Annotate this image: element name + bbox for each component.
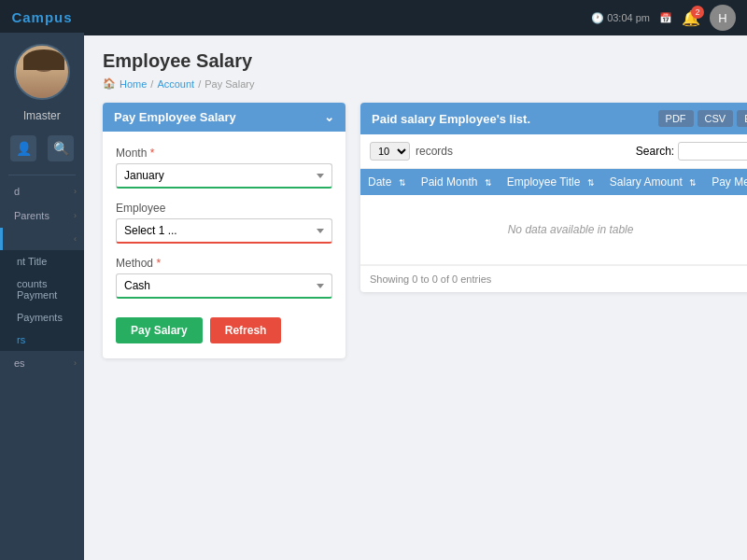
employee-select[interactable]: Select 1 ...	[116, 218, 332, 244]
csv-export-button[interactable]: CSV	[698, 110, 734, 127]
search-label: Search:	[636, 145, 674, 158]
table-controls: 10 25 50 records Search:	[360, 134, 747, 169]
pdf-export-button[interactable]: PDF	[658, 110, 694, 127]
sidebar-sub-item-payment[interactable]: counts Payment	[0, 273, 84, 306]
col-salary-amount[interactable]: Salary Amount ⇅	[602, 169, 704, 195]
records-label: records	[416, 145, 453, 158]
employee-label: Employee	[116, 202, 332, 215]
table-footer: Showing 0 to 0 of 0 entries	[360, 265, 747, 292]
method-select[interactable]: Cash Bank Transfer Check	[116, 273, 332, 299]
topbar-avatar[interactable]: H	[710, 5, 736, 31]
breadcrumb-home[interactable]: Home	[120, 78, 147, 90]
col-date[interactable]: Date ⇅	[360, 169, 414, 195]
method-group: Method * Cash Bank Transfer Check	[116, 257, 332, 299]
salary-list-header: Paid salary Employee's list. PDF CSV Exp	[360, 103, 747, 134]
sidebar-item-es[interactable]: es ›	[0, 351, 84, 375]
sort-icon-month: ⇅	[485, 178, 492, 188]
form-actions: Pay Salary Refresh	[116, 317, 332, 343]
app-name: Campus	[0, 0, 84, 33]
sidebar-sub-item-title[interactable]: nt Title	[0, 250, 84, 273]
records-per-page-select[interactable]: 10 25 50	[370, 142, 410, 161]
panel-collapse-icon[interactable]: ⌄	[324, 110, 334, 124]
pay-salary-panel: Pay Employee Salary ⌄ Month * January Fe…	[103, 103, 345, 358]
main-area: 🕐 03:04 pm 📅 🔔 2 H Employee Salary 🏠 Hom…	[84, 0, 747, 560]
method-label: Method *	[116, 257, 332, 270]
breadcrumb-account[interactable]: Account	[157, 78, 194, 90]
sidebar-item-account[interactable]: ‹	[0, 228, 84, 250]
notification-badge: 2	[691, 6, 704, 19]
col-pay-method[interactable]: Pay Meth ⇅	[704, 169, 747, 195]
home-icon: 🏠	[103, 77, 116, 90]
content: Employee Salary 🏠 Home / Account / Pay S…	[84, 35, 747, 560]
sidebar-item-label: Parents	[14, 210, 49, 221]
pay-salary-button[interactable]: Pay Salary	[116, 317, 203, 343]
table-header-row: Date ⇅ Paid Month ⇅ Employee Title ⇅ Sal…	[360, 169, 747, 195]
records-select: 10 25 50 records	[370, 142, 453, 161]
breadcrumb-sep2: /	[198, 78, 201, 90]
method-required: *	[156, 257, 161, 270]
time-display: 🕐 03:04 pm	[591, 12, 650, 24]
chevron-icon: ‹	[74, 234, 77, 244]
col-employee-title[interactable]: Employee Title ⇅	[500, 169, 602, 195]
sort-icon-amount: ⇅	[689, 178, 697, 188]
two-col-layout: Pay Employee Salary ⌄ Month * January Fe…	[103, 103, 728, 358]
topbar-right: 🕐 03:04 pm 📅 🔔 2 H	[591, 5, 736, 31]
chevron-icon: ›	[74, 187, 77, 196]
breadcrumb: 🏠 Home / Account / Pay Salary	[103, 77, 728, 90]
user-icon[interactable]: 👤	[10, 135, 36, 161]
pay-salary-form: Month * January February March April May…	[103, 132, 345, 358]
sidebar-divider	[8, 175, 76, 175]
sidebar-item-label: d	[14, 186, 20, 197]
sidebar-item-d[interactable]: d ›	[0, 179, 84, 203]
breadcrumb-sep1: /	[150, 78, 153, 90]
exp-export-button[interactable]: Exp	[737, 110, 747, 127]
no-data-row: No data available in table	[360, 195, 747, 265]
left-panel: Pay Employee Salary ⌄ Month * January Fe…	[103, 103, 345, 358]
chevron-icon: ›	[74, 358, 77, 368]
no-data-message: No data available in table	[360, 195, 747, 265]
month-select[interactable]: January February March April May June Ju…	[116, 163, 332, 189]
month-label: Month *	[116, 147, 332, 160]
sidebar-sub-item-payments[interactable]: Payments	[0, 306, 84, 329]
notification-icon-wrapper[interactable]: 🔔 2	[682, 9, 700, 27]
breadcrumb-current: Pay Salary	[204, 78, 254, 90]
refresh-button[interactable]: Refresh	[210, 317, 282, 343]
sort-icon-date: ⇅	[399, 178, 406, 188]
sidebar-sub-item-salary[interactable]: rs	[0, 329, 84, 351]
sort-icon-title: ⇅	[587, 178, 595, 188]
sidebar-sub-items: nt Title counts Payment Payments rs	[0, 250, 84, 351]
pay-salary-panel-header: Pay Employee Salary ⌄	[103, 103, 345, 132]
calendar-icon: 📅	[659, 12, 672, 24]
pay-salary-title: Pay Employee Salary	[114, 110, 236, 124]
sidebar: Campus lmaster 👤 🔍 d › Parents › ‹ nt Ti…	[0, 0, 84, 560]
avatar[interactable]	[14, 44, 70, 100]
sidebar-icon-group: 👤 🔍	[10, 135, 74, 161]
export-buttons: PDF CSV Exp	[658, 110, 747, 127]
table-head: Date ⇅ Paid Month ⇅ Employee Title ⇅ Sal…	[360, 169, 747, 195]
search-icon[interactable]: 🔍	[48, 135, 74, 161]
right-panel: Paid salary Employee's list. PDF CSV Exp…	[360, 103, 747, 358]
sidebar-item-label: es	[14, 357, 25, 369]
table-body: No data available in table	[360, 195, 747, 265]
salary-list-title: Paid salary Employee's list.	[372, 112, 530, 126]
chevron-icon: ›	[74, 211, 77, 220]
col-paid-month[interactable]: Paid Month ⇅	[414, 169, 500, 195]
topbar: 🕐 03:04 pm 📅 🔔 2 H	[84, 0, 747, 35]
salary-list-panel: Paid salary Employee's list. PDF CSV Exp…	[360, 103, 747, 292]
month-required: *	[150, 147, 155, 160]
employee-group: Employee Select 1 ...	[116, 202, 332, 244]
salary-table: Date ⇅ Paid Month ⇅ Employee Title ⇅ Sal…	[360, 169, 747, 265]
month-group: Month * January February March April May…	[116, 147, 332, 189]
search-input[interactable]	[678, 142, 747, 161]
sidebar-nav: d › Parents › ‹ nt Title counts Payment …	[0, 179, 84, 560]
page-title: Employee Salary	[103, 50, 728, 72]
sidebar-item-parents[interactable]: Parents ›	[0, 203, 84, 228]
search-box: Search:	[636, 142, 747, 161]
sidebar-username: lmaster	[23, 105, 60, 130]
